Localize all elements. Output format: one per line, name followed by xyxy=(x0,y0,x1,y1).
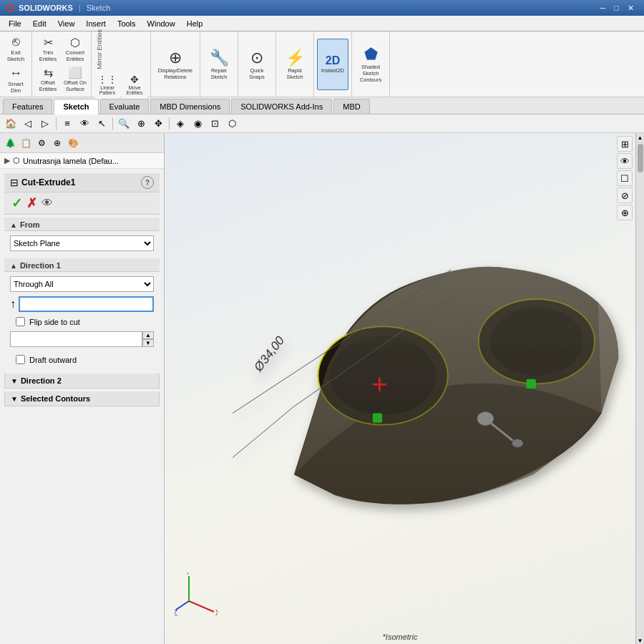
strip-icon-forward[interactable]: ▷ xyxy=(37,116,53,132)
shaded-sketch-icon: ⬟ xyxy=(364,45,378,64)
strip-icon-layers[interactable]: ≡ xyxy=(59,116,75,132)
menu-insert[interactable]: Insert xyxy=(80,18,112,29)
menu-tools[interactable]: Tools xyxy=(112,18,142,29)
menu-help[interactable]: Help xyxy=(181,18,209,29)
strip-icon-back[interactable]: ◁ xyxy=(20,116,36,132)
direction1-dropdown[interactable]: Through All Blind Up To Next Up To Verte… xyxy=(10,276,154,292)
toolbar-btn-exit-sketch[interactable]: ⎋ ExitSketch xyxy=(3,35,29,61)
selected-contours-header[interactable]: ▼ Selected Contours xyxy=(4,391,160,406)
quick-snaps-icon: ⊙ xyxy=(250,49,263,67)
view-zoom-icon[interactable]: ⊕ xyxy=(617,205,633,220)
spin-input-row: ▲ ▼ xyxy=(10,331,154,350)
main-content: 🌲 📋 ⚙ ⊕ 🎨 ▶ ⬡ Unutrasnja lamela (Defau..… xyxy=(0,133,644,644)
tab-mbd[interactable]: MBD xyxy=(333,99,369,114)
strip-icon-search[interactable]: 🔍 xyxy=(116,116,132,132)
minimize-btn[interactable]: ─ xyxy=(596,4,610,12)
panel-icon-tree[interactable]: 🌲 xyxy=(3,136,17,150)
panel-icon-config[interactable]: ⚙ xyxy=(34,136,49,150)
direction2-section-header[interactable]: ▼ Direction 2 xyxy=(4,374,160,389)
toolbar-btn-shaded-sketch[interactable]: ⬟ ShadedSketchContours xyxy=(355,39,386,90)
menu-edit[interactable]: Edit xyxy=(27,18,52,29)
strip-icon-filter1[interactable]: ◈ xyxy=(172,116,188,132)
instant2d-icon: 2D xyxy=(326,54,340,67)
maximize-btn[interactable]: □ xyxy=(610,4,623,12)
panel-icon-snap[interactable]: ⊕ xyxy=(50,136,64,150)
tab-sketch[interactable]: Sketch xyxy=(54,99,98,114)
strip-icon-cursor[interactable]: ↖ xyxy=(94,116,109,132)
toolbar-btn-convert[interactable]: ⬡ ConvertEntities xyxy=(62,35,88,64)
title-bar: ⬡ SOLIDWORKS | Sketch ─ □ ✕ xyxy=(0,0,644,16)
tab-features[interactable]: Features xyxy=(3,99,52,114)
toolbar-btn-offset-entities[interactable]: ⇆ OffsetEntities xyxy=(35,65,61,94)
toolbar-btn-trim[interactable]: ✂ TrimEntities xyxy=(35,35,61,64)
toolbar-btn-smart-dim[interactable]: ↔ SmartDim xyxy=(3,67,29,93)
direction2-label: Direction 2 xyxy=(21,376,62,385)
draft-outward-checkbox[interactable] xyxy=(16,355,25,364)
toolbar-btn-instant2d[interactable]: 2D Instant2D xyxy=(317,39,348,90)
close-btn[interactable]: ✕ xyxy=(623,4,638,13)
spin-value-input[interactable] xyxy=(10,331,142,347)
tab-solidworks-addins[interactable]: SOLIDWORKS Add-Ins xyxy=(231,99,332,114)
toolbar-btn-quick-snaps[interactable]: ⊙ QuickSnaps xyxy=(241,39,273,90)
panel-icon-appearance[interactable]: 🎨 xyxy=(66,136,80,150)
spin-down-btn[interactable]: ▼ xyxy=(142,339,154,347)
strip-icon-filter3[interactable]: ⊡ xyxy=(207,116,223,132)
scroll-up-btn[interactable]: ▲ xyxy=(638,135,643,141)
strip-icon-filter2[interactable]: ◉ xyxy=(190,116,205,132)
draft-outward-label: Draft outward xyxy=(29,356,77,364)
direction1-arrow-icon[interactable]: ↑ xyxy=(10,298,16,311)
icon-strip: 🏠 ◁ ▷ ≡ 👁 ↖ 🔍 ⊕ ✥ ◈ ◉ ⊡ ⬡ xyxy=(0,114,644,133)
trim-label: TrimEntities xyxy=(39,49,57,62)
toolbar-btn-repair[interactable]: 🔧 RepairSketch xyxy=(203,39,235,90)
tree-expand-icon[interactable]: ▶ xyxy=(4,156,10,165)
preview-eye-button[interactable]: 👁 xyxy=(42,197,53,210)
convert-icon: ⬡ xyxy=(70,36,80,49)
toolbar-btn-offset-surface[interactable]: ⬜ Offset OnSurface xyxy=(62,65,88,94)
direction1-section-content: Through All Blind Up To Next Up To Verte… xyxy=(4,272,160,371)
scroll-down-btn[interactable]: ▼ xyxy=(638,638,643,644)
tab-evaluate[interactable]: Evaluate xyxy=(100,99,150,114)
toolbar-btn-rapid-sketch[interactable]: ⚡ RapidSketch xyxy=(279,39,311,90)
strip-icon-home[interactable]: 🏠 xyxy=(3,116,19,132)
strip-icon-filter4[interactable]: ⬡ xyxy=(224,116,240,132)
toolbar-btn-move[interactable]: ✥ MoveEntities xyxy=(122,70,147,99)
panel-icon-props[interactable]: 📋 xyxy=(19,136,33,150)
spin-up-btn[interactable]: ▲ xyxy=(142,331,154,339)
view-hide-icon[interactable]: ☐ xyxy=(617,170,633,186)
viewport[interactable]: Ø34,00 X Y xyxy=(165,133,635,644)
direction2-chevron-icon: ▼ xyxy=(11,377,18,385)
toolbar-btn-linear-pattern[interactable]: ⋮⋮ LinearPattern xyxy=(94,70,120,99)
view-section-icon[interactable]: ⊘ xyxy=(617,187,633,203)
confirm-button[interactable]: ✓ xyxy=(11,195,22,211)
draft-outward-row: Draft outward xyxy=(10,353,154,366)
svg-text:Z: Z xyxy=(175,609,177,615)
window-title: Sketch xyxy=(87,4,111,12)
from-chevron-icon: ▲ xyxy=(10,221,17,229)
strip-icon-pan[interactable]: ✥ xyxy=(150,116,166,132)
help-button[interactable]: ? xyxy=(141,176,154,189)
exit-sketch-label: ExitSketch xyxy=(7,49,24,62)
view-display-icon[interactable]: 👁 xyxy=(617,153,633,169)
from-section-header[interactable]: ▲ From xyxy=(4,218,160,231)
tree-part-icon: ⬡ xyxy=(13,156,20,165)
strip-icon-zoom[interactable]: ⊕ xyxy=(133,116,149,132)
view-orient-icon[interactable]: ⊞ xyxy=(617,136,633,152)
from-label: From xyxy=(20,220,40,229)
from-dropdown[interactable]: Sketch Plane Surface/Face/Plane Vertex O… xyxy=(10,235,154,251)
menu-window[interactable]: Window xyxy=(142,18,181,29)
linear-pattern-label: LinearPattern xyxy=(99,85,116,95)
scroll-thumb[interactable] xyxy=(638,144,643,172)
svg-text:X: X xyxy=(215,609,218,615)
tab-mbd-dimensions[interactable]: MBD Dimensions xyxy=(150,99,230,114)
strip-icon-eye[interactable]: 👁 xyxy=(77,116,92,132)
toolbar-btn-display-delete[interactable]: ⊕ Display/DeleteRelations xyxy=(154,39,197,90)
direction1-section-header[interactable]: ▲ Direction 1 xyxy=(4,258,160,272)
menu-view[interactable]: View xyxy=(52,18,81,29)
flip-side-checkbox[interactable] xyxy=(16,317,25,326)
tree-root-label[interactable]: Unutrasnja lamela (Defau... xyxy=(23,157,119,165)
cancel-button[interactable]: ✗ xyxy=(26,195,37,211)
3d-model-svg: Ø34,00 xyxy=(165,133,635,644)
direction1-dim-input[interactable] xyxy=(19,296,154,312)
vertical-scrollbar[interactable]: ▲ ▼ xyxy=(635,133,644,644)
menu-file[interactable]: File xyxy=(3,18,27,29)
